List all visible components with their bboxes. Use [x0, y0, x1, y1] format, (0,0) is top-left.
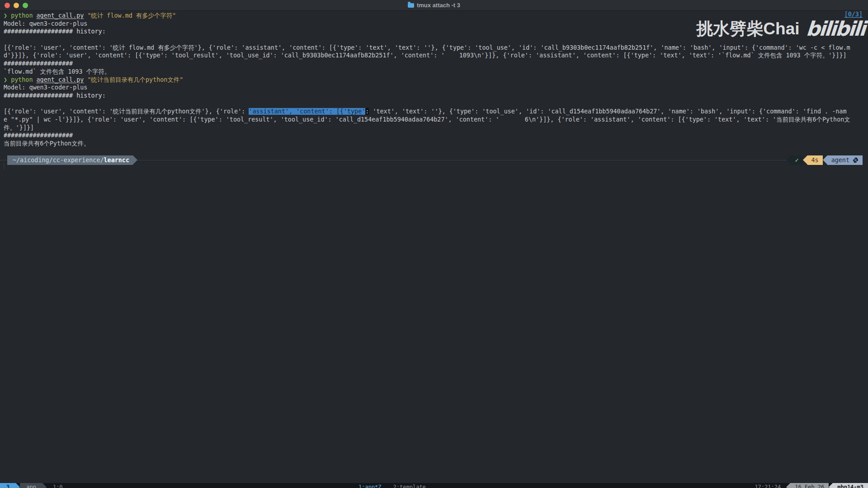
terminal-line: e "*.py" | wc -l'}}]}, {'role': 'user', …	[4, 116, 867, 124]
terminal-text-segment: Model: qwen3-coder-plus	[4, 84, 87, 91]
tmux-mode-badge: app	[20, 483, 42, 488]
powerline-arrow-left	[829, 483, 833, 488]
tmux-window[interactable]: 2:template	[393, 483, 426, 488]
terminal-line: ################### history:	[4, 92, 867, 100]
terminal-text-segment: [{'role': 'user', 'content': '统计 flow.md…	[4, 44, 850, 51]
tmux-window-active[interactable]: 1:app*Z	[359, 483, 382, 488]
powerline-arrow-right	[133, 155, 137, 164]
terminal-text-segment: ❯	[4, 12, 11, 19]
tmux-status-bar: 3 app 1:0 1:app*Z 2:template 17:21:24 16…	[0, 483, 868, 488]
window-title-wrap: tmux attach -t 3	[408, 2, 460, 9]
venv-badge: agent	[827, 155, 863, 165]
terminal-line: ❯ python agent_call.py "统计当前目录有几个python文…	[4, 76, 867, 84]
terminal-text-segment: "统计 flow.md 有多少个字符"	[84, 12, 176, 19]
path-dim: ~/aicoding/cc-experience/	[13, 157, 104, 164]
check-icon: ✓	[795, 157, 799, 164]
terminal-text-segment: "统计当前目录有几个python文件"	[84, 76, 183, 83]
terminal-text-segment: 'text', 'text': ''}, {'type': 'tool_use'…	[369, 108, 846, 115]
terminal-text-segment: python	[11, 12, 36, 19]
duration-badge: 4s	[807, 155, 823, 165]
terminal-text-segment: python	[11, 76, 36, 83]
terminal-line: `flow.md` 文件包含 1093 个字符。	[4, 68, 867, 76]
tmux-date-badge: 16 Feb 26	[790, 483, 829, 488]
tmux-clock: 17:21:24	[749, 483, 786, 488]
window-title: tmux attach -t 3	[417, 2, 460, 9]
terminal-text-segment: ###################	[4, 132, 73, 139]
terminal-line	[4, 36, 867, 44]
traffic-lights	[5, 3, 28, 8]
terminal-text-segment: 当前目录共有6个Python文件。	[4, 140, 90, 147]
powerline-arrow-left	[803, 155, 807, 164]
powerline-arrow-left	[787, 155, 791, 164]
powerline-arrow-right	[16, 483, 20, 488]
tmux-window-list: 1:app*Z 2:template	[359, 483, 426, 488]
powerline-arrow-left	[823, 155, 827, 164]
tmux-hostname-badge: mbp14-m3	[833, 483, 868, 488]
terminal-line: [{'role': 'user', 'content': '统计 flow.md…	[4, 44, 867, 52]
terminal-line: d'}}]}, {'role': 'user', 'content': [{'t…	[4, 52, 867, 60]
terminal-line: 件。'}]}]	[4, 124, 867, 132]
terminal-line: ###################	[4, 60, 867, 68]
folder-icon	[408, 3, 414, 8]
current-path-badge[interactable]: ~/aicoding/cc-experience/learncc	[7, 155, 137, 165]
tmux-right-section: 17:21:24 16 Feb 26 mbp14-m3	[749, 483, 868, 488]
venv-name: agent	[831, 157, 849, 164]
terminal-line: ###################	[4, 131, 867, 140]
terminal-line	[4, 100, 867, 108]
terminal-text-segment: agent_call.py	[37, 12, 84, 19]
terminal-text-segment: e "*.py" | wc -l'}}]}, {'role': 'user', …	[4, 116, 850, 123]
powerline-arrow-left	[786, 483, 790, 488]
terminal-text-segment: `flow.md` 文件包含 1093 个字符。	[4, 68, 110, 75]
powerline-arrow-right	[42, 483, 47, 488]
tmux-pane-indicator: 1:0	[47, 483, 63, 488]
terminal-text-segment: ################### history:	[4, 28, 106, 35]
terminal-text-segment: ❯	[4, 76, 11, 83]
terminal-text-segment: d'}}]}, {'role': 'user', 'content': [{'t…	[4, 52, 847, 59]
terminal-text-segment: Model: qwen3-coder-plus	[4, 20, 87, 27]
terminal-text-segment: [{'role': 'user', 'content': '统计当前目录有几个p…	[4, 108, 249, 115]
window-titlebar: tmux attach -t 3	[0, 0, 868, 11]
terminal-line: ❯ python agent_call.py "统计 flow.md 有多少个字…	[4, 12, 867, 20]
terminal-line: Model: qwen3-coder-plus	[4, 84, 867, 92]
terminal-output: ❯ python agent_call.py "统计 flow.md 有多少个字…	[4, 12, 867, 148]
terminal-line: ################### history:	[4, 28, 867, 36]
prompt-bar: ~/aicoding/cc-experience/learncc ✓ 4s ag…	[0, 155, 868, 165]
right-prompt-badges: ✓ 4s agent	[787, 155, 863, 165]
exit-status-badge: ✓	[791, 155, 803, 165]
terminal-text-segment: ###################	[4, 60, 73, 67]
zoom-button[interactable]	[23, 3, 28, 8]
close-button[interactable]	[5, 3, 10, 8]
prompt-frame-stub	[4, 163, 4, 169]
selected-text: 'assistant', 'content': [{'type'	[249, 108, 365, 115]
terminal-line: [{'role': 'user', 'content': '统计当前目录有几个p…	[4, 108, 867, 116]
tmux-left-section: 3 app 1:0	[0, 483, 63, 488]
path-current-dir: learncc	[104, 157, 129, 164]
terminal-line: Model: qwen3-coder-plus	[4, 20, 867, 28]
duration-value: 4s	[811, 157, 819, 164]
terminal-text-segment: 件。'}]}]	[4, 124, 34, 131]
python-icon	[853, 157, 859, 163]
terminal-line: 当前目录共有6个Python文件。	[4, 140, 867, 148]
minimize-button[interactable]	[14, 3, 19, 8]
terminal-text-segment: agent_call.py	[37, 76, 84, 83]
tmux-session-badge: 3	[0, 483, 16, 488]
terminal-text-segment: ################### history:	[4, 92, 106, 99]
